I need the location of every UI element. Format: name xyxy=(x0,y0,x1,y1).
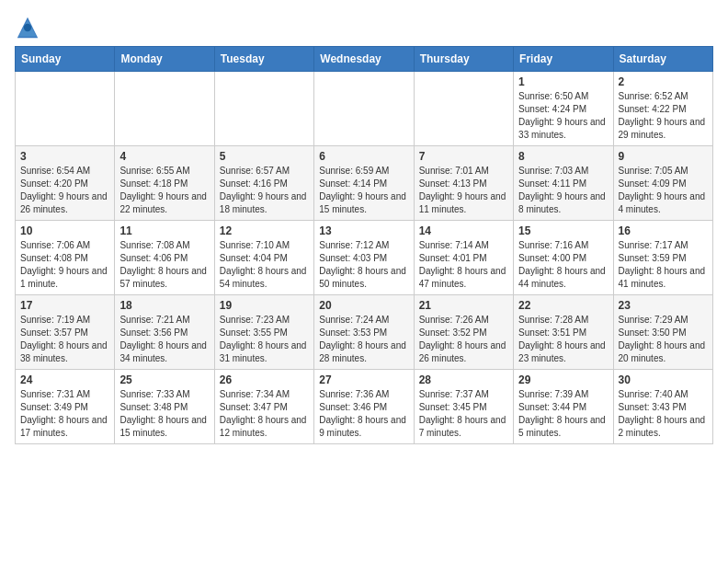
header-friday: Friday xyxy=(514,47,613,72)
calendar-cell: 10Sunrise: 7:06 AMSunset: 4:08 PMDayligh… xyxy=(16,221,115,295)
day-info: Sunrise: 7:01 AMSunset: 4:13 PMDaylight:… xyxy=(419,165,508,216)
day-info: Sunrise: 7:34 AMSunset: 3:47 PMDaylight:… xyxy=(220,388,309,440)
day-number: 6 xyxy=(319,150,408,163)
header-thursday: Thursday xyxy=(414,47,513,72)
header-monday: Monday xyxy=(115,47,214,72)
calendar-cell: 17Sunrise: 7:19 AMSunset: 3:57 PMDayligh… xyxy=(16,295,115,370)
calendar-header-row: SundayMondayTuesdayWednesdayThursdayFrid… xyxy=(16,47,713,72)
calendar-cell: 4Sunrise: 6:55 AMSunset: 4:18 PMDaylight… xyxy=(115,146,214,221)
day-number: 8 xyxy=(518,150,608,163)
calendar-table: SundayMondayTuesdayWednesdayThursdayFrid… xyxy=(15,46,713,444)
calendar-cell: 24Sunrise: 7:31 AMSunset: 3:49 PMDayligh… xyxy=(16,370,115,444)
day-number: 11 xyxy=(119,224,209,237)
calendar-cell: 21Sunrise: 7:26 AMSunset: 3:52 PMDayligh… xyxy=(414,295,513,370)
calendar-cell: 1Sunrise: 6:50 AMSunset: 4:24 PMDaylight… xyxy=(514,72,613,146)
calendar-cell: 15Sunrise: 7:16 AMSunset: 4:00 PMDayligh… xyxy=(514,221,613,295)
day-number: 9 xyxy=(619,150,708,163)
day-info: Sunrise: 7:10 AMSunset: 4:04 PMDaylight:… xyxy=(220,239,309,291)
calendar-cell: 6Sunrise: 6:59 AMSunset: 4:14 PMDaylight… xyxy=(314,146,414,221)
day-number: 30 xyxy=(619,373,708,386)
calendar-cell xyxy=(214,72,313,146)
day-number: 23 xyxy=(619,299,708,312)
calendar-week-5: 24Sunrise: 7:31 AMSunset: 3:49 PMDayligh… xyxy=(16,370,713,444)
calendar-cell: 26Sunrise: 7:34 AMSunset: 3:47 PMDayligh… xyxy=(214,370,313,444)
page-header xyxy=(15,15,713,40)
day-info: Sunrise: 7:29 AMSunset: 3:50 PMDaylight:… xyxy=(619,314,708,365)
header-tuesday: Tuesday xyxy=(214,47,313,72)
day-info: Sunrise: 6:54 AMSunset: 4:20 PMDaylight:… xyxy=(20,165,109,216)
day-info: Sunrise: 6:55 AMSunset: 4:18 PMDaylight:… xyxy=(119,165,209,216)
calendar-cell: 19Sunrise: 7:23 AMSunset: 3:55 PMDayligh… xyxy=(214,295,313,370)
day-number: 27 xyxy=(319,373,408,386)
svg-point-2 xyxy=(24,24,31,31)
header-wednesday: Wednesday xyxy=(314,47,414,72)
day-info: Sunrise: 7:37 AMSunset: 3:45 PMDaylight:… xyxy=(419,388,508,440)
calendar-cell xyxy=(16,72,115,146)
day-info: Sunrise: 7:17 AMSunset: 3:59 PMDaylight:… xyxy=(619,239,708,291)
calendar-cell: 30Sunrise: 7:40 AMSunset: 3:43 PMDayligh… xyxy=(613,370,712,444)
calendar-cell: 7Sunrise: 7:01 AMSunset: 4:13 PMDaylight… xyxy=(414,146,513,221)
calendar-cell: 23Sunrise: 7:29 AMSunset: 3:50 PMDayligh… xyxy=(613,295,712,370)
day-number: 17 xyxy=(20,299,109,312)
calendar-cell: 5Sunrise: 6:57 AMSunset: 4:16 PMDaylight… xyxy=(214,146,313,221)
calendar-cell xyxy=(314,72,414,146)
day-info: Sunrise: 6:59 AMSunset: 4:14 PMDaylight:… xyxy=(319,165,408,216)
day-number: 19 xyxy=(220,299,309,312)
day-number: 13 xyxy=(319,224,408,237)
day-number: 10 xyxy=(20,224,109,237)
day-number: 24 xyxy=(20,373,109,386)
day-number: 14 xyxy=(419,224,508,237)
calendar-cell: 8Sunrise: 7:03 AMSunset: 4:11 PMDaylight… xyxy=(514,146,613,221)
day-number: 25 xyxy=(119,373,209,386)
calendar-cell: 2Sunrise: 6:52 AMSunset: 4:22 PMDaylight… xyxy=(613,72,712,146)
day-number: 28 xyxy=(419,373,508,386)
calendar-week-1: 1Sunrise: 6:50 AMSunset: 4:24 PMDaylight… xyxy=(16,72,713,146)
calendar-cell: 25Sunrise: 7:33 AMSunset: 3:48 PMDayligh… xyxy=(115,370,214,444)
calendar-cell: 9Sunrise: 7:05 AMSunset: 4:09 PMDaylight… xyxy=(613,146,712,221)
calendar-week-2: 3Sunrise: 6:54 AMSunset: 4:20 PMDaylight… xyxy=(16,146,713,221)
logo xyxy=(15,15,44,40)
day-info: Sunrise: 6:52 AMSunset: 4:22 PMDaylight:… xyxy=(619,90,708,142)
day-number: 4 xyxy=(119,150,209,163)
day-info: Sunrise: 7:36 AMSunset: 3:46 PMDaylight:… xyxy=(319,388,408,440)
day-number: 21 xyxy=(419,299,508,312)
day-info: Sunrise: 6:57 AMSunset: 4:16 PMDaylight:… xyxy=(220,165,309,216)
calendar-cell: 22Sunrise: 7:28 AMSunset: 3:51 PMDayligh… xyxy=(514,295,613,370)
day-number: 7 xyxy=(419,150,508,163)
calendar-cell: 18Sunrise: 7:21 AMSunset: 3:56 PMDayligh… xyxy=(115,295,214,370)
day-info: Sunrise: 7:19 AMSunset: 3:57 PMDaylight:… xyxy=(20,314,109,365)
day-number: 16 xyxy=(619,224,708,237)
day-info: Sunrise: 7:24 AMSunset: 3:53 PMDaylight:… xyxy=(319,314,408,365)
day-info: Sunrise: 7:16 AMSunset: 4:00 PMDaylight:… xyxy=(518,239,608,291)
header-sunday: Sunday xyxy=(16,47,115,72)
calendar-week-3: 10Sunrise: 7:06 AMSunset: 4:08 PMDayligh… xyxy=(16,221,713,295)
day-number: 20 xyxy=(319,299,408,312)
calendar-cell: 13Sunrise: 7:12 AMSunset: 4:03 PMDayligh… xyxy=(314,221,414,295)
day-info: Sunrise: 7:33 AMSunset: 3:48 PMDaylight:… xyxy=(119,388,209,440)
day-info: Sunrise: 7:12 AMSunset: 4:03 PMDaylight:… xyxy=(319,239,408,291)
day-number: 1 xyxy=(518,75,608,88)
day-info: Sunrise: 7:26 AMSunset: 3:52 PMDaylight:… xyxy=(419,314,508,365)
day-info: Sunrise: 7:14 AMSunset: 4:01 PMDaylight:… xyxy=(419,239,508,291)
day-info: Sunrise: 7:31 AMSunset: 3:49 PMDaylight:… xyxy=(20,388,109,440)
logo-icon xyxy=(15,15,40,40)
calendar-cell: 14Sunrise: 7:14 AMSunset: 4:01 PMDayligh… xyxy=(414,221,513,295)
day-info: Sunrise: 7:05 AMSunset: 4:09 PMDaylight:… xyxy=(619,165,708,216)
calendar-cell xyxy=(115,72,214,146)
day-info: Sunrise: 7:08 AMSunset: 4:06 PMDaylight:… xyxy=(119,239,209,291)
day-info: Sunrise: 7:28 AMSunset: 3:51 PMDaylight:… xyxy=(518,314,608,365)
day-info: Sunrise: 7:23 AMSunset: 3:55 PMDaylight:… xyxy=(220,314,309,365)
calendar-cell: 29Sunrise: 7:39 AMSunset: 3:44 PMDayligh… xyxy=(514,370,613,444)
day-number: 29 xyxy=(518,373,608,386)
calendar-cell: 16Sunrise: 7:17 AMSunset: 3:59 PMDayligh… xyxy=(613,221,712,295)
day-number: 26 xyxy=(220,373,309,386)
day-number: 2 xyxy=(619,75,708,88)
day-info: Sunrise: 7:03 AMSunset: 4:11 PMDaylight:… xyxy=(518,165,608,216)
header-saturday: Saturday xyxy=(613,47,712,72)
day-number: 22 xyxy=(518,299,608,312)
day-number: 5 xyxy=(220,150,309,163)
day-info: Sunrise: 7:40 AMSunset: 3:43 PMDaylight:… xyxy=(619,388,708,440)
calendar-cell: 28Sunrise: 7:37 AMSunset: 3:45 PMDayligh… xyxy=(414,370,513,444)
calendar-cell xyxy=(414,72,513,146)
calendar-cell: 11Sunrise: 7:08 AMSunset: 4:06 PMDayligh… xyxy=(115,221,214,295)
